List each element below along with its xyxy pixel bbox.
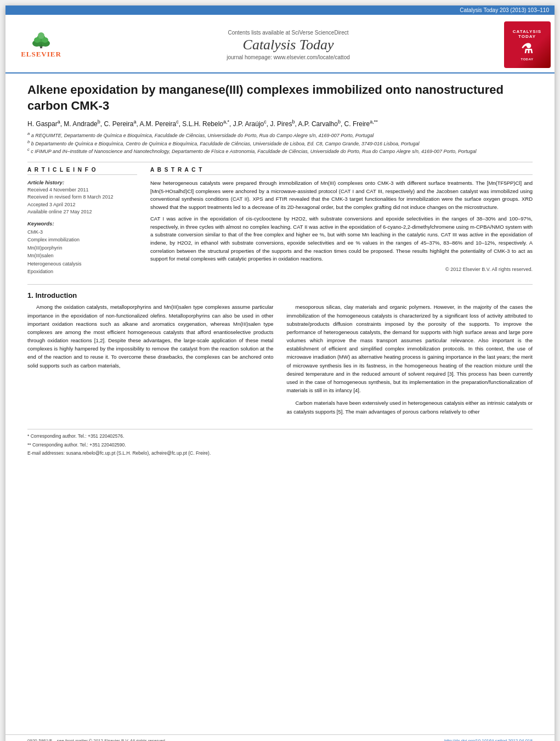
- authors: H. Gaspara, M. Andradeb, C. Pereiraa, A.…: [27, 119, 533, 128]
- copyright: © 2012 Elsevier B.V. All rights reserved…: [150, 267, 533, 272]
- catalysis-badge: CATALYSIS TODAY ⚗ TODAY: [504, 21, 551, 68]
- badge-title: CATALYSIS TODAY: [504, 29, 551, 39]
- elsevier-tree-icon: [25, 31, 58, 49]
- keyword-3: Mn(III)porphyrin: [27, 244, 137, 252]
- available-date: Available online 27 May 2012: [27, 208, 137, 216]
- keyword-4: Mn(III)salen: [27, 252, 137, 259]
- article-info-abstract: A R T I C L E I N F O Article history: R…: [27, 167, 533, 275]
- received-date: Received 4 November 2011: [27, 186, 137, 194]
- abstract-text: New heterogeneous catalysts were prepare…: [150, 179, 533, 263]
- history-label: Article history:: [27, 179, 137, 185]
- intro-p2: mesoporous silicas, clay materials and o…: [287, 303, 533, 394]
- page: Catalysis Today 203 (2013) 103–110 ELSEV…: [5, 5, 555, 741]
- divider-1: [27, 162, 533, 162]
- affiliations: a a REQUIMTE, Departamento de Química e …: [27, 131, 533, 155]
- journal-header: ELSEVIER Contents lists available at Sci…: [5, 15, 555, 73]
- email-addresses: susana.rebelo@fc.up.pt (S.L.H. Rebelo), …: [66, 450, 211, 456]
- keyword-6: Epoxidation: [27, 268, 137, 275]
- keywords-list: CMK-3 Complex immobilization Mn(III)porp…: [27, 228, 137, 275]
- footnotes: * Corresponding author. Tel.: +351 22040…: [27, 429, 533, 457]
- intro-col-2: mesoporous silicas, clay materials and o…: [287, 303, 533, 420]
- keywords-label: Keywords:: [27, 220, 137, 227]
- elsevier-logo-area: ELSEVIER: [5, 19, 77, 70]
- journal-title: Catalysis Today: [243, 37, 334, 53]
- abstract-paragraph-1: New heterogeneous catalysts were prepare…: [150, 179, 533, 212]
- keyword-2: Complex immobilization: [27, 236, 137, 244]
- badge-icon: ⚗: [521, 41, 533, 56]
- journal-reference: Catalysis Today 203 (2013) 103–110: [460, 7, 549, 13]
- elsevier-logo: ELSEVIER: [11, 31, 71, 59]
- footnote-1: * Corresponding author. Tel.: +351 22040…: [27, 433, 533, 440]
- footnote-2: ** Corresponding author. Tel.: +351 2204…: [27, 442, 533, 449]
- affiliation-c: c c IFIMUP and IN–Institute of Nanoscien…: [27, 147, 533, 155]
- email-label: E-mail addresses:: [27, 450, 65, 456]
- introduction-body: Among the oxidation catalysts, metallopo…: [27, 303, 533, 420]
- top-bar: Catalysis Today 203 (2013) 103–110: [5, 5, 555, 15]
- main-content: Alkene epoxidation by manganese(III) com…: [5, 73, 555, 734]
- section-title: Introduction: [35, 291, 77, 299]
- accepted-date: Accepted 3 April 2012: [27, 201, 137, 209]
- journal-badge-area: CATALYSIS TODAY ⚗ TODAY: [500, 19, 555, 70]
- abstract-heading: A B S T R A C T: [150, 167, 533, 175]
- affiliation-b: b b Departamento de Química e Bioquímica…: [27, 139, 533, 148]
- bottom-bar: 0920-5861/$ – see front matter © 2012 El…: [5, 734, 555, 741]
- journal-homepage[interactable]: journal homepage: www.elsevier.com/locat…: [227, 54, 350, 60]
- article-title: Alkene epoxidation by manganese(III) com…: [27, 82, 533, 114]
- journal-title-area: Contents lists available at SciVerse Sci…: [77, 19, 500, 70]
- affiliation-a: a a REQUIMTE, Departamento de Química e …: [27, 131, 533, 139]
- section-heading: 1. Introduction: [27, 291, 533, 299]
- abstract-paragraph-2: CAT I was active in the epoxidation of c…: [150, 215, 533, 263]
- article-info-heading: A R T I C L E I N F O: [27, 167, 137, 175]
- article-info-column: A R T I C L E I N F O Article history: R…: [27, 167, 137, 275]
- svg-point-7: [38, 32, 44, 39]
- issn-info: 0920-5861/$ – see front matter © 2012 El…: [27, 738, 166, 741]
- intro-p3: Carbon materials have been extensively u…: [287, 399, 533, 415]
- footnote-emails: E-mail addresses: susana.rebelo@fc.up.pt…: [27, 450, 533, 457]
- sciverse-link[interactable]: Contents lists available at SciVerse Sci…: [228, 30, 348, 36]
- doi-link[interactable]: http://dx.doi.org/10.1016/j.cattod.2012.…: [444, 738, 533, 741]
- introduction-section: 1. Introduction Among the oxidation cata…: [27, 291, 533, 420]
- badge-subtitle: TODAY: [521, 58, 534, 61]
- keyword-5: Heterogeneous catalysis: [27, 260, 137, 268]
- intro-p1: Among the oxidation catalysts, metallopo…: [27, 303, 274, 370]
- intro-col-1: Among the oxidation catalysts, metallopo…: [27, 303, 274, 420]
- section-number: 1.: [27, 291, 33, 299]
- abstract-column: A B S T R A C T New heterogeneous cataly…: [150, 167, 533, 275]
- divider-2: [27, 284, 533, 285]
- keyword-1: CMK-3: [27, 228, 137, 236]
- elsevier-text: ELSEVIER: [21, 50, 61, 59]
- revised-date: Received in revised form 8 March 2012: [27, 194, 137, 201]
